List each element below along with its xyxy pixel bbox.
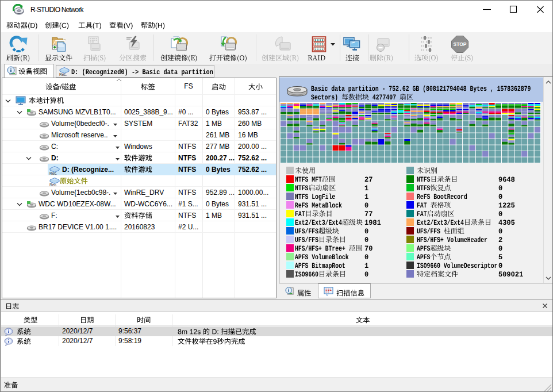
svg-text:STOP: STOP: [454, 41, 467, 47]
svg-text:Rec.: Rec.: [49, 171, 57, 175]
svg-text:Rec.: Rec.: [49, 183, 57, 187]
svg-text:Rec.: Rec.: [59, 72, 67, 76]
